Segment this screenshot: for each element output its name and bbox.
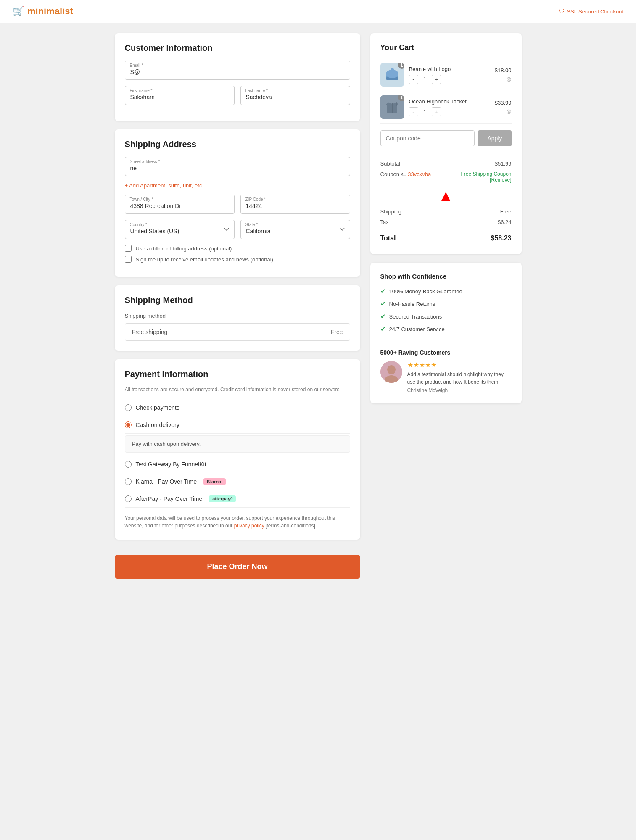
subtotal-value: $51.99 — [495, 161, 512, 167]
coupon-input[interactable] — [380, 130, 475, 146]
state-field-wrapper: State * California — [240, 220, 350, 239]
first-name-wrapper: First name * — [125, 86, 235, 105]
cart-icon: 🛒 — [13, 6, 24, 17]
beanie-right: $18.00 ⊗ — [495, 67, 512, 83]
city-field-wrapper: Town / City * — [125, 195, 235, 214]
billing-checkbox-group: Use a different billing address (optiona… — [125, 245, 350, 252]
confidence-item-2-text: No-Hassle Returns — [389, 301, 435, 307]
testimonial-stars: ★★★★★ — [407, 361, 512, 369]
newsletter-label: Sign me up to receive email updates and … — [136, 256, 273, 263]
shipping-option-price: Free — [331, 329, 343, 335]
beanie-remove[interactable]: ⊗ — [506, 76, 512, 83]
coupon-discount-label: Free Shipping Coupon — [461, 171, 511, 177]
privacy-note: Your personal data will be used to proce… — [125, 514, 350, 529]
check-icon-2: ✔ — [380, 300, 386, 308]
beanie-image: 1 — [380, 63, 404, 87]
main-content: Customer Information Email * First name … — [108, 23, 528, 589]
state-label: State * — [245, 222, 258, 227]
email-input[interactable] — [125, 61, 350, 80]
zip-field-wrapper: ZIP Code * — [240, 195, 350, 214]
klarna-badge: Klarna. — [203, 478, 226, 485]
right-column: Your Cart 1 Beanie with Logo - — [370, 33, 522, 579]
cash-delivery-label: Cash on delivery — [136, 421, 179, 428]
jacket-qty-increase[interactable]: + — [432, 107, 441, 116]
confidence-title: Shop with Confidence — [380, 273, 512, 280]
zip-label: ZIP Code * — [245, 197, 266, 202]
check-icon-3: ✔ — [380, 313, 386, 320]
ssl-badge: 🛡 SSL Secured Checkout — [559, 8, 623, 15]
jacket-price: $33.99 — [495, 100, 512, 106]
shipping-option-label: Free shipping — [132, 329, 168, 335]
confidence-item-4: ✔ 24/7 Customer Service — [380, 323, 512, 335]
check-icon-1: ✔ — [380, 287, 386, 295]
shield-icon: 🛡 — [559, 8, 565, 15]
customers-title: 5000+ Raving Customers — [380, 349, 512, 356]
cash-delivery-option[interactable]: Cash on delivery — [125, 416, 350, 434]
city-label: Town / City * — [130, 197, 153, 202]
cart-title: Your Cart — [380, 43, 512, 52]
total-row: Total $58.23 — [380, 230, 512, 244]
afterpay-option[interactable]: AfterPay - Pay Over Time afterpay◊ — [125, 490, 350, 508]
check-payments-option[interactable]: Check payments — [125, 399, 350, 416]
beanie-qty-decrease[interactable]: - — [409, 75, 418, 84]
newsletter-checkbox[interactable] — [125, 256, 132, 263]
test-gateway-label: Test Gateway By FunnelKit — [136, 461, 206, 468]
coupon-apply-button[interactable]: Apply — [478, 130, 511, 146]
jacket-qty-decrease[interactable]: - — [409, 107, 418, 116]
street-label: Street address * — [130, 159, 160, 164]
last-name-wrapper: Last name * — [240, 86, 350, 105]
add-apartment-link[interactable]: + Add Apartment, suite, unit, etc. — [125, 182, 204, 189]
billing-checkbox[interactable] — [125, 245, 132, 252]
privacy-link[interactable]: privacy policy. — [234, 523, 265, 529]
total-label: Total — [380, 234, 396, 242]
customer-info-title: Customer Information — [125, 43, 350, 53]
shipping-address-title: Shipping Address — [125, 140, 350, 149]
klarna-radio[interactable] — [125, 478, 132, 485]
jacket-image: 1 — [380, 95, 404, 119]
test-gateway-radio[interactable] — [125, 461, 132, 468]
cart-item-2: 1 Ocean Highneck Jacket - 1 + — [380, 91, 512, 124]
jacket-remove[interactable]: ⊗ — [506, 108, 512, 115]
klarna-option[interactable]: Klarna - Pay Over Time Klarna. — [125, 473, 350, 490]
beanie-name: Beanie with Logo — [409, 66, 490, 72]
place-order-button[interactable]: Place Order Now — [115, 555, 360, 579]
shipping-label: Shipping — [380, 208, 402, 215]
avatar-image — [380, 361, 402, 383]
coupon-remove-link[interactable]: [Remove] — [490, 177, 511, 183]
jacket-qty-controls: - 1 + — [409, 107, 490, 116]
header: 🛒 minimalist 🛡 SSL Secured Checkout — [0, 0, 636, 23]
coupon-label: Coupon 🏷 33vcxvba — [380, 171, 431, 177]
first-name-label: First name * — [130, 88, 153, 93]
shipping-method-label: Shipping method — [125, 313, 350, 319]
afterpay-radio[interactable] — [125, 495, 132, 502]
beanie-details: Beanie with Logo - 1 + — [409, 66, 490, 84]
confidence-item-2: ✔ No-Hassle Returns — [380, 298, 512, 310]
beanie-price: $18.00 — [495, 67, 512, 74]
coupon-code: 33vcxvba — [408, 171, 431, 177]
confidence-item-3-text: Secured Transactions — [389, 313, 442, 320]
totals-table: Subtotal $51.99 Coupon 🏷 33vcxvba Free S… — [380, 153, 512, 244]
country-field-wrapper: Country * United States (US) — [125, 220, 235, 239]
cart-item-1: 1 Beanie with Logo - 1 + — [380, 59, 512, 91]
shipping-method-title: Shipping Method — [125, 295, 350, 305]
email-field-wrapper: Email * — [125, 61, 350, 80]
beanie-qty-increase[interactable]: + — [432, 75, 441, 84]
afterpay-badge: afterpay◊ — [209, 495, 236, 502]
city-zip-row: Town / City * ZIP Code * — [125, 195, 350, 220]
test-gateway-option[interactable]: Test Gateway By FunnelKit — [125, 456, 350, 473]
last-name-label: Last name * — [245, 88, 268, 93]
total-value: $58.23 — [491, 234, 512, 242]
customer-info-card: Customer Information Email * First name … — [115, 33, 360, 121]
email-label: Email * — [130, 63, 143, 68]
tax-row: Tax $6.24 — [380, 217, 512, 227]
confidence-item-1-text: 100% Money-Back Guarantee — [389, 288, 462, 295]
cash-delivery-detail: Pay with cash upon delivery. — [125, 435, 350, 453]
confidence-item-4-text: 24/7 Customer Service — [389, 326, 445, 332]
cash-delivery-radio[interactable] — [125, 421, 132, 428]
beanie-icon — [384, 66, 401, 83]
confidence-item-3: ✔ Secured Transactions — [380, 310, 512, 323]
country-state-row: Country * United States (US) State * Cal… — [125, 220, 350, 245]
check-payments-radio[interactable] — [125, 404, 132, 411]
billing-label: Use a different billing address (optiona… — [136, 245, 232, 252]
jacket-qty: 1 — [422, 108, 428, 115]
